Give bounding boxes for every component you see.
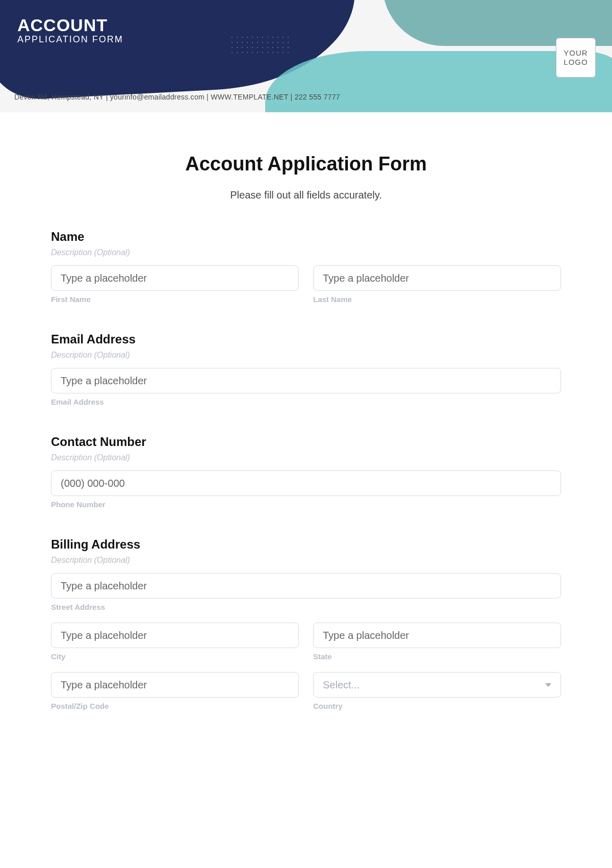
section-desc-name: Description (Optional) <box>51 248 561 257</box>
section-desc-email: Description (Optional) <box>51 351 561 360</box>
chevron-down-icon <box>545 683 551 687</box>
first-name-input[interactable] <box>51 265 299 291</box>
section-label-billing: Billing Address <box>51 537 561 552</box>
street-input[interactable] <box>51 573 561 599</box>
phone-sublabel: Phone Number <box>51 500 561 509</box>
brand-title: ACCOUNT <box>17 15 123 35</box>
country-select-placeholder: Select... <box>323 679 360 691</box>
decorative-dots <box>230 35 291 55</box>
postal-sublabel: Postal/Zip Code <box>51 702 299 710</box>
country-select[interactable]: Select... <box>313 672 561 698</box>
section-label-email: Email Address <box>51 332 561 346</box>
logo-placeholder: YOUR LOGO <box>556 38 596 78</box>
postal-input[interactable] <box>51 672 299 698</box>
email-sublabel: Email Address <box>51 398 561 406</box>
section-label-name: Name <box>51 230 561 244</box>
logo-text: YOUR LOGO <box>556 48 595 67</box>
header-banner: ACCOUNT APPLICATION FORM YOUR LOGO Devon… <box>0 0 612 112</box>
first-name-sublabel: First Name <box>51 295 299 304</box>
section-contact: Contact Number Description (Optional) Ph… <box>51 435 561 509</box>
email-input[interactable] <box>51 368 561 393</box>
page-title: Account Application Form <box>51 153 561 175</box>
last-name-sublabel: Last Name <box>313 295 561 304</box>
brand-block: ACCOUNT APPLICATION FORM <box>17 15 123 45</box>
contact-info: Devon Rd, Hempstead, NY | yourinfo@email… <box>14 93 340 101</box>
form-instruction: Please fill out all fields accurately. <box>51 189 561 201</box>
section-desc-contact: Description (Optional) <box>51 453 561 462</box>
state-sublabel: State <box>313 652 561 661</box>
section-email: Email Address Description (Optional) Ema… <box>51 332 561 406</box>
city-sublabel: City <box>51 652 299 661</box>
street-sublabel: Street Address <box>51 603 561 611</box>
country-sublabel: Country <box>313 702 561 710</box>
state-input[interactable] <box>313 623 561 648</box>
section-label-contact: Contact Number <box>51 435 561 449</box>
section-desc-billing: Description (Optional) <box>51 556 561 565</box>
section-billing: Billing Address Description (Optional) S… <box>51 537 561 710</box>
phone-input[interactable] <box>51 470 561 496</box>
section-name: Name Description (Optional) First Name L… <box>51 230 561 304</box>
brand-subtitle: APPLICATION FORM <box>17 34 123 45</box>
last-name-input[interactable] <box>313 265 561 291</box>
form-container: Account Application Form Please fill out… <box>0 112 612 759</box>
city-input[interactable] <box>51 623 299 648</box>
